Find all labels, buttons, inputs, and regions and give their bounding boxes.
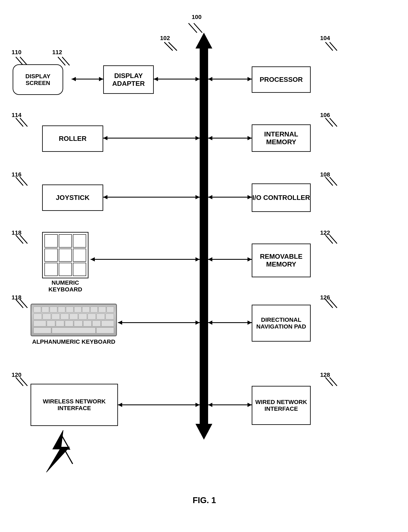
lightning-bolt-svg <box>44 430 76 472</box>
directional-navigation-pad-box: DIRECTIONAL NAVIGATION PAD <box>252 305 311 342</box>
svg-line-17 <box>58 57 65 65</box>
display-screen-box: DISPLAY SCREEN <box>13 64 63 95</box>
ref-122: 122 <box>320 230 330 236</box>
svg-line-21 <box>325 42 333 51</box>
svg-marker-36 <box>208 195 212 199</box>
alphanumeric-keyboard-label: ALPHANUMERIC KEYBOARD <box>31 338 117 345</box>
wireless-network-interface-box: WIRELESS NETWORK INTERFACE <box>31 384 118 426</box>
svg-marker-34 <box>196 195 200 199</box>
ref-106: 106 <box>320 112 330 118</box>
svg-marker-23 <box>103 136 107 140</box>
svg-line-3 <box>194 23 202 33</box>
svg-marker-66 <box>208 403 212 407</box>
io-controller-box: I/O CONTROLLER <box>252 183 311 212</box>
ref-114: 114 <box>12 112 21 118</box>
svg-marker-7 <box>99 77 103 81</box>
svg-rect-0 <box>200 48 208 432</box>
svg-line-49 <box>16 235 23 244</box>
svg-marker-63 <box>118 403 122 407</box>
svg-line-28 <box>20 118 27 126</box>
diagram-container: 100 102 104 110 112 106 114 108 116 118 … <box>0 0 408 506</box>
ref-108: 108 <box>320 171 330 178</box>
ref-120: 120 <box>12 372 21 378</box>
ref-116: 116 <box>12 171 21 178</box>
svg-marker-13 <box>247 77 252 81</box>
ref-104: 104 <box>320 35 330 42</box>
fig-label: FIG. 1 <box>173 496 236 505</box>
svg-marker-43 <box>91 257 95 261</box>
numpad-key <box>44 248 58 262</box>
alphanumeric-keyboard-visual <box>31 304 117 336</box>
svg-marker-46 <box>208 257 212 261</box>
svg-line-69 <box>16 377 23 386</box>
svg-line-40 <box>330 177 337 186</box>
svg-line-71 <box>325 377 333 386</box>
roller-box: ROLLER <box>42 125 103 152</box>
display-adapter-box: DISPLAY ADAPTER <box>103 65 154 94</box>
svg-line-14 <box>20 57 27 65</box>
ref-112: 112 <box>52 49 62 56</box>
ref-110: 110 <box>12 49 21 56</box>
svg-line-70 <box>330 377 337 386</box>
svg-marker-44 <box>196 257 200 261</box>
svg-marker-54 <box>196 320 200 325</box>
ref-128: 128 <box>320 372 330 378</box>
svg-marker-2 <box>196 424 212 440</box>
svg-line-38 <box>20 177 27 186</box>
svg-line-19 <box>164 42 173 51</box>
svg-marker-53 <box>118 320 122 325</box>
svg-marker-56 <box>208 320 212 325</box>
svg-marker-9 <box>154 77 158 81</box>
svg-marker-26 <box>208 136 212 140</box>
svg-marker-6 <box>72 77 76 81</box>
svg-line-68 <box>20 377 27 386</box>
numpad-key <box>73 234 86 248</box>
svg-marker-27 <box>247 136 252 140</box>
svg-line-18 <box>169 42 177 51</box>
ref-118b: 118 <box>12 294 21 301</box>
svg-marker-1 <box>196 33 212 48</box>
joystick-box: JOYSTICK <box>42 185 103 211</box>
svg-line-48 <box>20 235 27 244</box>
ref-126: 126 <box>320 294 330 301</box>
svg-line-60 <box>330 299 337 308</box>
svg-line-4 <box>188 23 197 33</box>
svg-line-41 <box>325 177 333 186</box>
svg-line-15 <box>16 57 23 65</box>
ref-102: 102 <box>160 35 170 42</box>
svg-line-16 <box>62 57 69 65</box>
svg-marker-37 <box>247 195 252 199</box>
ref-100: 100 <box>192 14 202 20</box>
numpad-key <box>59 234 72 248</box>
svg-line-51 <box>325 235 333 244</box>
numpad-key <box>73 263 86 276</box>
svg-marker-12 <box>208 77 212 81</box>
svg-marker-64 <box>196 403 200 407</box>
numpad-key <box>59 263 72 276</box>
svg-line-39 <box>16 177 23 186</box>
internal-memory-box: INTERNAL MEMORY <box>252 124 311 152</box>
svg-marker-67 <box>247 403 252 407</box>
svg-line-20 <box>330 42 337 51</box>
svg-marker-33 <box>103 195 107 199</box>
svg-marker-73 <box>46 430 69 472</box>
numpad-key <box>59 248 72 262</box>
numpad-key <box>73 248 86 262</box>
numpad-key <box>44 263 58 276</box>
svg-line-29 <box>16 118 23 126</box>
processor-box: PROCESSOR <box>252 66 311 93</box>
removable-memory-box: REMOVABLE MEMORY <box>252 244 311 277</box>
svg-line-30 <box>330 118 337 126</box>
wired-network-interface-box: WIRED NETWORK INTERFACE <box>252 386 311 425</box>
numpad-key <box>44 234 58 248</box>
svg-marker-57 <box>247 320 252 325</box>
svg-marker-24 <box>196 136 200 140</box>
svg-line-50 <box>330 235 337 244</box>
svg-marker-10 <box>196 77 200 81</box>
numeric-keyboard-visual <box>42 232 88 278</box>
svg-marker-47 <box>247 257 252 261</box>
numeric-keyboard-label: NUMERIC KEYBOARD <box>42 279 88 293</box>
svg-line-31 <box>325 118 333 126</box>
ref-118a: 118 <box>12 230 21 236</box>
